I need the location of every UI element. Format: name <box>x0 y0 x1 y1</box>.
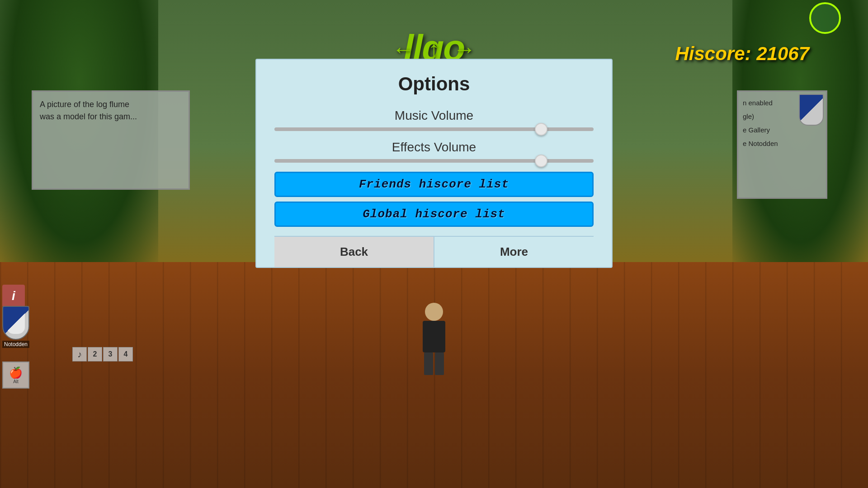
music-volume-section: Music Volume <box>274 108 594 131</box>
sign-left-text: A picture of the log flumewas a model fo… <box>40 100 137 121</box>
back-button[interactable]: Back <box>274 237 434 267</box>
character-head <box>425 303 443 321</box>
hud-circle <box>809 2 841 34</box>
character-body <box>423 321 445 352</box>
score-bar: ♪ 2 3 4 <box>72 347 133 361</box>
alt-label: Alt <box>13 379 19 384</box>
score-cell-2: 3 <box>103 347 118 361</box>
global-hiscore-button[interactable]: Global hiscore list <box>274 202 594 227</box>
ground <box>0 262 868 488</box>
more-button[interactable]: More <box>434 237 594 267</box>
score-cell-3: 4 <box>118 347 133 361</box>
dialog-footer: Back More <box>274 236 594 267</box>
options-dialog: Options Music Volume Effects Volume Frie… <box>255 59 613 268</box>
info-icon[interactable]: i <box>2 285 25 307</box>
character-legs <box>416 352 452 375</box>
alt-badge[interactable]: 🍎 Alt <box>2 361 29 389</box>
friends-hiscore-button[interactable]: Friends hiscore list <box>274 172 594 197</box>
hiscore-display: Hiscore: 21067 <box>675 43 809 65</box>
music-volume-slider[interactable] <box>274 127 594 131</box>
character-leg-left <box>424 352 433 375</box>
coat-of-arms-right <box>799 94 824 126</box>
music-volume-label: Music Volume <box>274 108 594 123</box>
sign-board-left: A picture of the log flumewas a model fo… <box>32 90 190 190</box>
sign-board-right: n enabledgle)e Gallerye Notodden <box>737 90 827 199</box>
player-character <box>416 303 452 375</box>
options-title: Options <box>274 73 594 95</box>
notodden-label: Notodden <box>2 341 29 348</box>
effects-volume-label: Effects Volume <box>274 140 594 155</box>
effects-volume-section: Effects Volume <box>274 140 594 163</box>
score-cell-1: 2 <box>88 347 102 361</box>
notodden-badge[interactable]: Notodden <box>2 306 29 348</box>
character-leg-right <box>435 352 444 375</box>
music-note-cell: ♪ <box>72 347 87 361</box>
notodden-shield-icon <box>2 306 29 340</box>
effects-volume-slider[interactable] <box>274 159 594 163</box>
